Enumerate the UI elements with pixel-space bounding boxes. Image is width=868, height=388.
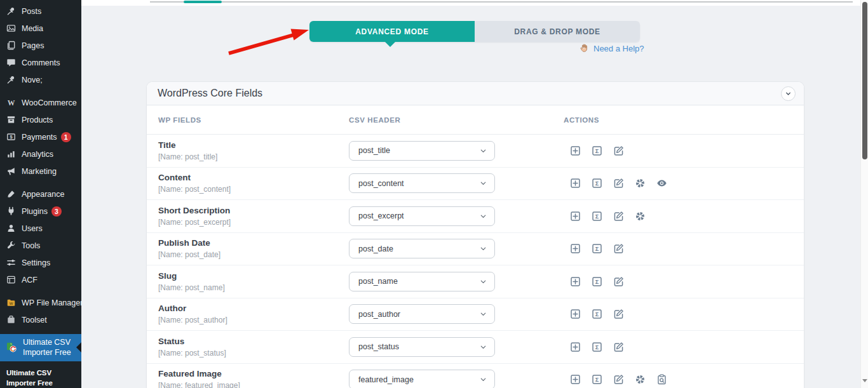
tab-drag-drop-mode[interactable]: DRAG & DROP MODE — [475, 21, 640, 42]
wp-field-label: Slug — [158, 271, 349, 281]
wp-field-cell: Status[Name: post_status] — [147, 337, 349, 358]
csv-header-select-post-excerpt[interactable]: post_excerpt — [349, 206, 495, 226]
action-edit-icon[interactable] — [613, 210, 624, 222]
svg-text:W: W — [8, 99, 15, 107]
sidebar-item-label: Plugins — [22, 207, 48, 216]
need-help-link[interactable]: Need a Help? — [593, 44, 644, 53]
csv-header-select-post-name[interactable]: post_name — [349, 272, 495, 291]
action-add-icon[interactable] — [569, 276, 581, 287]
plugins-icon — [6, 206, 16, 216]
action-summary-icon[interactable]: Σ — [591, 210, 602, 222]
select-value: featured_image — [358, 375, 414, 384]
panel-collapse-button[interactable] — [781, 86, 796, 101]
sidebar-item-analytics[interactable]: Analytics — [0, 145, 81, 163]
sidebar-item-label: WooCommerce — [22, 98, 77, 107]
action-add-icon[interactable] — [569, 210, 581, 222]
csv-header-cell: post_name — [349, 272, 552, 291]
sidebar-item-woocommerce[interactable]: WWooCommerce — [0, 94, 81, 111]
csv-header-select-post-status[interactable]: post_status — [349, 337, 495, 357]
action-summary-icon[interactable]: Σ — [591, 374, 602, 385]
csv-header-select-featured-image[interactable]: featured_image — [349, 370, 495, 388]
toolset-icon — [6, 315, 16, 324]
action-media-search-icon[interactable] — [656, 374, 667, 385]
action-edit-icon[interactable] — [613, 243, 624, 255]
actions-cell: Σ — [552, 374, 804, 385]
action-add-icon[interactable] — [569, 309, 581, 320]
actions-cell: Σ — [552, 341, 804, 352]
sidebar-group: WWooCommerceProducts$Payments1AnalyticsM… — [0, 94, 81, 180]
csv-header-select-post-title[interactable]: post_title — [349, 141, 495, 161]
sidebar-item-tools[interactable]: Tools — [0, 237, 81, 254]
svg-text:Σ: Σ — [595, 279, 599, 285]
action-summary-icon[interactable]: Σ — [591, 178, 602, 189]
admin-sidebar: PostsMediaPagesCommentsNove;WWooCommerce… — [0, 0, 81, 388]
wp-field-label: Content — [158, 173, 349, 183]
sidebar-item-media[interactable]: Media — [0, 20, 81, 37]
actions-cell: Σ — [552, 210, 804, 222]
csv-header-select-post-author[interactable]: post_author — [349, 304, 495, 324]
chevron-down-icon — [479, 278, 487, 286]
sidebar-item-ultimate-csv-importer[interactable]: Ultimate CSV Importer Free — [0, 334, 81, 361]
sidebar-item-appearance[interactable]: Appearance — [0, 185, 81, 203]
action-openai-icon[interactable] — [634, 178, 646, 189]
chevron-down-icon — [784, 90, 792, 98]
action-summary-icon[interactable]: Σ — [591, 341, 602, 352]
svg-text:Σ: Σ — [595, 377, 599, 383]
update-count-badge: 1 — [61, 132, 71, 142]
marketing-icon — [6, 166, 16, 176]
action-add-icon[interactable] — [569, 341, 581, 352]
sidebar-item-pages[interactable]: Pages — [0, 37, 81, 54]
field-row-short-description: Short Description[Name: post_excerpt]pos… — [147, 200, 804, 233]
action-edit-icon[interactable] — [613, 374, 624, 385]
sidebar-item-comments[interactable]: Comments — [0, 54, 81, 71]
action-edit-icon[interactable] — [613, 178, 624, 189]
field-row-featured-image: Featured Image[Name: featured_image]feat… — [147, 364, 804, 388]
field-row-author: Author[Name: post_author]post_authorΣ — [147, 298, 804, 331]
action-openai-icon[interactable] — [634, 374, 646, 385]
csv-header-select-post-content[interactable]: post_content — [349, 173, 495, 193]
comments-icon — [6, 58, 16, 67]
tab-advanced-mode[interactable]: ADVANCED MODE — [309, 21, 475, 42]
sidebar-item-products[interactable]: Products — [0, 111, 81, 128]
sidebar-item-plugins[interactable]: Plugins3 — [0, 203, 81, 220]
action-edit-icon[interactable] — [613, 309, 624, 320]
wp-field-name: [Name: post_excerpt] — [158, 218, 349, 227]
sidebar-item-posts[interactable]: Posts — [0, 3, 81, 20]
acf-icon — [6, 275, 16, 284]
sidebar-item-toolset[interactable]: Toolset — [0, 311, 81, 328]
wp-field-name: [Name: post_name] — [158, 283, 349, 292]
sidebar-item-payments[interactable]: $Payments1 — [0, 128, 81, 145]
action-edit-icon[interactable] — [613, 145, 624, 156]
action-openai-icon[interactable] — [634, 210, 646, 222]
action-preview-icon[interactable] — [656, 178, 667, 189]
sidebar-item-users[interactable]: Users — [0, 220, 81, 237]
action-add-icon[interactable] — [569, 374, 581, 385]
top-tab-strip — [81, 0, 860, 6]
chevron-down-icon — [479, 147, 487, 155]
sidebar-item-nove[interactable]: Nove; — [0, 71, 81, 88]
action-summary-icon[interactable]: Σ — [591, 309, 602, 320]
sidebar-submenu-ultimate-csv-importer[interactable]: Ultimate CSV Importer Free — [0, 361, 81, 388]
action-add-icon[interactable] — [569, 243, 581, 255]
sidebar-item-acf[interactable]: ACF — [0, 271, 81, 288]
field-row-status: Status[Name: post_status]post_statusΣ — [147, 331, 804, 364]
action-add-icon[interactable] — [569, 145, 581, 156]
action-summary-icon[interactable]: Σ — [591, 243, 602, 255]
column-csv-header: CSV HEADER — [349, 116, 552, 124]
csv-header-select-post-date[interactable]: post_date — [349, 239, 495, 258]
active-tab-underline — [184, 1, 222, 3]
sidebar-item-marketing[interactable]: Marketing — [0, 163, 81, 180]
action-summary-icon[interactable]: Σ — [591, 145, 602, 156]
scrollbar-thumb[interactable] — [862, 2, 867, 159]
action-summary-icon[interactable]: Σ — [591, 276, 602, 287]
action-add-icon[interactable] — [569, 178, 581, 189]
sidebar-item-settings[interactable]: Settings — [0, 254, 81, 271]
action-edit-icon[interactable] — [613, 341, 624, 352]
scrollbar[interactable] — [860, 0, 868, 388]
sidebar-item-wp-file-manager[interactable]: WWP File Manager — [0, 294, 81, 311]
action-edit-icon[interactable] — [613, 276, 624, 287]
panel-header: WordPress Core Fields — [147, 82, 804, 105]
select-value: post_status — [358, 342, 399, 351]
scrollbar-down-arrow[interactable] — [862, 379, 867, 385]
svg-text:Σ: Σ — [595, 344, 599, 351]
